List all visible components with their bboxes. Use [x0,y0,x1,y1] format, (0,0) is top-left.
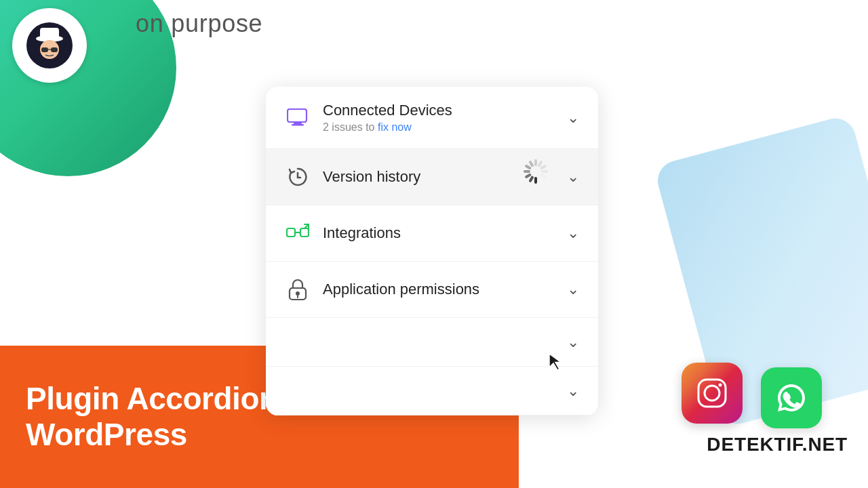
loading-spinner [524,165,547,188]
tagline-text: on purpose [136,9,262,38]
svg-rect-13 [300,228,309,237]
chevron-icon-version-history: ⌄ [567,168,579,186]
svg-rect-19 [698,380,726,407]
chevron-icon-integrations: ⌄ [567,224,579,242]
accordion-item-connected-devices[interactable]: Connected Devices 2 issues to fix now ⌄ [266,87,598,149]
chevron-icon-extra-2: ⌄ [567,382,579,400]
whatsapp-logo [774,380,809,415]
accordion-content-integrations: Integrations [323,224,557,242]
svg-point-21 [719,384,722,387]
lock-icon [285,277,311,302]
svg-rect-8 [294,122,302,124]
accordion-card: Connected Devices 2 issues to fix now ⌄ … [266,87,598,415]
svg-rect-4 [41,47,48,52]
chevron-icon-extra-1: ⌄ [567,333,579,351]
accordion-title-connected-devices: Connected Devices [323,102,557,119]
accordion-content-connected-devices: Connected Devices 2 issues to fix now [323,102,557,134]
svg-rect-7 [288,109,307,122]
accordion-item-integrations[interactable]: Integrations ⌄ [266,205,598,262]
accordion-item-extra-2[interactable]: ⌄ [266,367,598,415]
svg-rect-12 [287,228,295,237]
instagram-icon[interactable] [682,363,743,424]
accordion-title-integrations: Integrations [323,224,557,242]
accordion-item-version-history[interactable]: Version history [266,149,598,205]
history-icon [285,164,311,190]
accordion-content-application-permissions: Application permissions [323,281,557,298]
fix-now-link[interactable]: fix now [378,121,412,133]
whatsapp-icon[interactable] [761,367,822,428]
accordion-item-application-permissions[interactable]: Application permissions ⌄ [266,262,598,318]
accordion-title-version-history: Version history [323,168,557,186]
accordion-content-version-history: Version history [323,168,557,186]
logo [12,8,87,83]
svg-point-20 [705,386,719,401]
accordion-subtitle-connected-devices: 2 issues to fix now [323,121,557,134]
instagram-logo [694,375,730,411]
svg-rect-9 [292,124,304,126]
monitor-icon [285,105,311,131]
svg-rect-5 [51,47,58,52]
integrations-icon [285,220,311,246]
chevron-icon-application-permissions: ⌄ [567,281,579,298]
svg-rect-2 [40,28,59,40]
accordion-title-application-permissions: Application permissions [323,281,557,298]
detektif-brand: DETEKTIF.NET [707,434,848,455]
mouse-cursor [548,352,564,369]
detective-logo-icon [25,21,74,70]
chevron-icon-connected-devices: ⌄ [567,109,579,127]
